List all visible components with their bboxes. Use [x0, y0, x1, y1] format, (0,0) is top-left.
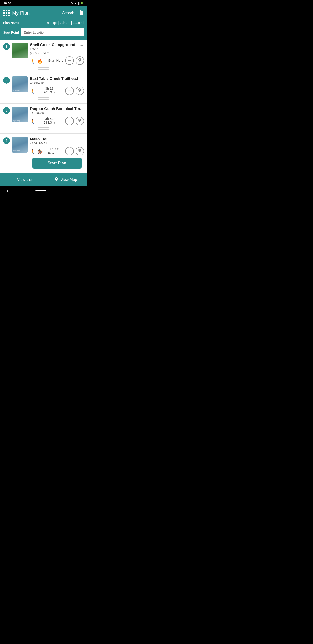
- stop-sub-3: 44.4807098: [30, 112, 84, 115]
- stop-phone-1: (307) 548-6541: [30, 51, 84, 54]
- grid-menu-icon[interactable]: [3, 10, 10, 16]
- stop-name-2: East Table Creek Trailhead: [30, 76, 84, 81]
- view-list-tab[interactable]: ☰ View List: [0, 173, 43, 186]
- stop-dist-3: 234.0 mi: [43, 120, 56, 124]
- stop-icons-2: 🚶: [30, 88, 35, 94]
- wifi-icon: ▲: [74, 2, 76, 4]
- stop-thumb-1: [12, 43, 28, 58]
- drag-handle-1[interactable]: [3, 65, 84, 71]
- pin-stop-4-button[interactable]: [75, 147, 84, 156]
- plan-info-bar: Plan Name 9 stops | 20h 7m | 1228 mi: [0, 20, 87, 27]
- stop-dist-2: 201.0 mi: [43, 90, 56, 94]
- status-time: 10:40: [3, 2, 11, 5]
- bottom-nav: ☰ View List View Map: [0, 173, 87, 186]
- hiker-icon-4: 🚶: [30, 149, 35, 154]
- horseback-icon-4: 🏇: [37, 149, 43, 154]
- signal-icon: ▐: [77, 2, 79, 4]
- header: My Plan Search: [0, 6, 87, 20]
- stop-item-2: 2 Wyoming East Table Creek Trailhead 43.…: [0, 73, 87, 104]
- stop-item-3: 3 Wyoming Dugout Gulch Botanical Trailh……: [0, 104, 87, 134]
- battery-icon: 🔋: [80, 2, 83, 5]
- stop-time-label-1: Start Here: [48, 58, 63, 63]
- stop-icons-3: 🚶: [30, 119, 35, 124]
- list-icon: ☰: [11, 177, 15, 182]
- stop-item-1: 1 Shell Creek Campground – Big… US-14 (3…: [0, 40, 87, 73]
- stop-time-4: 1h 7m: [48, 147, 59, 151]
- hiker-icon: 🚶: [30, 58, 35, 64]
- stop-thumb-3: Wyoming: [12, 107, 28, 122]
- stop-thumb-2: Wyoming: [12, 76, 28, 92]
- stop-time-2: 3h 13m: [43, 86, 56, 90]
- plan-stats: 9 stops | 20h 7m | 1228 mi: [47, 21, 84, 24]
- start-plan-button[interactable]: Start Plan: [32, 158, 81, 168]
- stop-item-4: 4 Wyoming Mallo Trail 44.08186498 🚶 🏇 1h…: [0, 134, 87, 173]
- stop-sub-4: 44.08186498: [30, 142, 84, 145]
- remove-stop-2-button[interactable]: −: [65, 86, 74, 95]
- search-button[interactable]: Search: [62, 11, 74, 15]
- stop-number-1: 1: [3, 43, 10, 50]
- stop-number-3: 3: [3, 107, 10, 114]
- remove-stop-1-button[interactable]: −: [65, 56, 74, 65]
- content: 1 Shell Creek Campground – Big… US-14 (3…: [0, 40, 87, 173]
- status-bar: 10:40 ⊖ ▲ ▐ 🔋: [0, 0, 87, 6]
- start-point-row: Start Point: [0, 27, 87, 40]
- stop-number-2: 2: [3, 77, 10, 84]
- start-point-input[interactable]: [21, 28, 84, 36]
- share-button[interactable]: [79, 10, 84, 16]
- stop-content-4: Mallo Trail 44.08186498 🚶 🏇 1h 7m 57.7 m…: [30, 137, 84, 171]
- remove-stop-3-button[interactable]: −: [65, 117, 74, 125]
- stop-thumb-4: Wyoming: [12, 137, 28, 152]
- view-map-tab[interactable]: View Map: [44, 173, 87, 186]
- hiker-icon-2: 🚶: [30, 88, 35, 94]
- pin-stop-2-button[interactable]: [75, 86, 84, 95]
- system-bar: ‹: [0, 186, 87, 195]
- map-icon: [54, 177, 59, 183]
- view-list-label: View List: [17, 178, 32, 182]
- stop-name-1: Shell Creek Campground – Big…: [30, 43, 84, 47]
- stop-number-4: 4: [3, 137, 10, 144]
- remove-stop-4-button[interactable]: −: [65, 147, 74, 156]
- campfire-icon: 🔥: [37, 58, 43, 64]
- stop-icons-4: 🚶 🏇: [30, 149, 43, 154]
- stop-content-1: Shell Creek Campground – Big… US-14 (307…: [30, 43, 84, 65]
- stop-sub-2: 43.215412: [30, 82, 84, 85]
- start-point-label: Start Point: [3, 31, 19, 34]
- stop-sub-1: US-14: [30, 48, 84, 51]
- stop-icons-1: 🚶 🔥: [30, 58, 43, 64]
- do-not-disturb-icon: ⊖: [71, 2, 73, 5]
- pin-stop-1-button[interactable]: [75, 56, 84, 65]
- stop-content-3: Dugout Gulch Botanical Trailh… 44.480709…: [30, 107, 84, 125]
- drag-handle-2[interactable]: [3, 95, 84, 101]
- stop-content-2: East Table Creek Trailhead 43.215412 🚶 3…: [30, 76, 84, 95]
- stop-name-3: Dugout Gulch Botanical Trailh…: [30, 107, 84, 111]
- pin-stop-3-button[interactable]: [75, 117, 84, 125]
- stop-name-4: Mallo Trail: [30, 137, 84, 141]
- drag-handle-3[interactable]: [3, 125, 84, 131]
- view-map-label: View Map: [60, 178, 77, 182]
- plan-name-label: Plan Name: [3, 21, 19, 24]
- home-indicator[interactable]: [35, 190, 46, 192]
- stop-dist-4: 57.7 mi: [48, 151, 59, 154]
- hiker-icon-3: 🚶: [30, 119, 35, 124]
- status-icons: ⊖ ▲ ▐ 🔋: [71, 2, 83, 5]
- header-title: My Plan: [12, 10, 60, 16]
- stop-time-3: 3h 41m: [43, 117, 56, 120]
- back-button[interactable]: ‹: [7, 188, 8, 193]
